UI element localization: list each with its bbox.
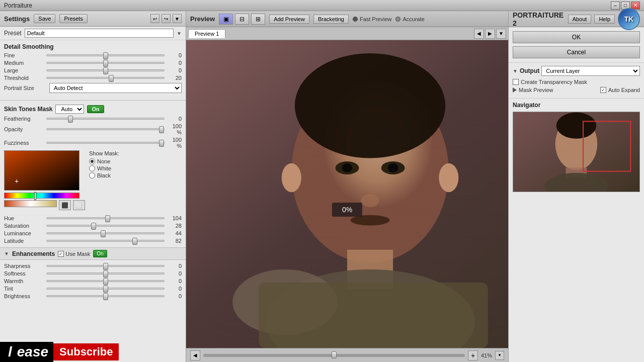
dropper-button-2[interactable]: ⬜	[73, 200, 85, 210]
output-section: ▼ Output Current Layer Create Transparen…	[509, 62, 644, 98]
skin-auto-select[interactable]: Auto	[55, 105, 84, 114]
dual-view-button[interactable]: ⊞	[251, 14, 265, 25]
threshold-value: 20	[167, 75, 182, 81]
preview-header: Preview ▣ ⊟ ⊞ Add Preview Bracketing Fas…	[186, 11, 508, 27]
saturation-track[interactable]	[46, 225, 165, 227]
mask-white-option[interactable]: White	[89, 165, 182, 171]
medium-track[interactable]	[46, 62, 165, 64]
opacity-thumb[interactable]	[159, 126, 164, 133]
use-mask-checkbox[interactable]: ✓	[58, 251, 64, 257]
main-container: Settings Save Presets ↩ ↪ ▼ Preset Defau…	[0, 11, 644, 362]
split-view-button[interactable]: ⊟	[235, 14, 249, 25]
single-view-button[interactable]: ▣	[219, 14, 233, 25]
zoom-plus-button[interactable]: +	[468, 350, 478, 360]
opacity-track[interactable]	[46, 128, 165, 130]
use-mask-checkbox-row: ✓ Use Mask	[58, 251, 90, 257]
gradient-strip[interactable]	[4, 200, 57, 207]
softness-thumb[interactable]	[103, 270, 108, 278]
navigator-thumbnail[interactable]	[513, 112, 640, 192]
hue-thumb[interactable]	[105, 215, 110, 222]
save-button[interactable]: Save	[34, 14, 55, 23]
warmth-track[interactable]	[46, 280, 165, 282]
large-track[interactable]	[46, 69, 165, 71]
saturation-thumb[interactable]	[91, 223, 96, 230]
add-preview-button[interactable]: Add Preview	[269, 15, 309, 24]
more-button[interactable]: ▼	[173, 14, 182, 23]
enhancements-collapse-icon[interactable]: ▼	[4, 251, 9, 256]
output-collapse-icon[interactable]: ▼	[513, 68, 518, 74]
bracketing-button[interactable]: Bracketing	[313, 15, 349, 24]
brightness-thumb[interactable]	[103, 293, 108, 300]
portrait-size-select[interactable]: Auto Detect	[49, 83, 182, 93]
about-button[interactable]: About	[568, 15, 592, 24]
settings-controls: ↩ ↪ ▼	[150, 14, 182, 23]
threshold-thumb[interactable]	[109, 75, 114, 82]
color-picker-box[interactable]: +	[4, 150, 79, 191]
color-strip-row: ⬛ ⬜	[4, 200, 85, 210]
tint-track[interactable]	[46, 288, 165, 290]
large-label: Large	[4, 67, 44, 73]
mask-none-radio[interactable]	[89, 158, 95, 164]
preview-image-area: 0%	[186, 40, 508, 348]
skin-tones-on-button[interactable]: On	[87, 105, 104, 113]
tab-next-arrow[interactable]: ▶	[485, 29, 495, 39]
sharpness-track[interactable]	[46, 265, 165, 267]
preview-tab-1[interactable]: Preview 1	[188, 29, 225, 38]
mask-black-option[interactable]: Black	[89, 172, 182, 178]
tab-prev-arrow[interactable]: ◀	[474, 29, 484, 39]
fine-track[interactable]	[46, 54, 165, 56]
sharpness-thumb[interactable]	[103, 263, 108, 270]
luminance-thumb[interactable]	[101, 230, 106, 237]
zoom-thumb[interactable]	[332, 351, 337, 358]
portrait-size-row: Portrait Size Auto Detect	[4, 83, 182, 93]
prev-frame-button[interactable]: ◀	[190, 350, 200, 360]
warmth-thumb[interactable]	[103, 278, 108, 285]
subscribe-please-text: lease	[0, 342, 53, 362]
fuzziness-thumb[interactable]	[159, 140, 164, 147]
latitude-track[interactable]	[46, 240, 165, 242]
fine-thumb[interactable]	[103, 52, 108, 59]
help-button[interactable]: Help	[594, 15, 615, 24]
preset-select[interactable]: Default	[25, 29, 174, 38]
zoom-slider[interactable]	[203, 354, 465, 357]
cancel-button[interactable]: Cancel	[513, 46, 640, 58]
tint-slider-row: Tint 0	[4, 286, 182, 292]
feathering-track[interactable]	[46, 118, 165, 120]
tab-menu-arrow[interactable]: ▼	[496, 29, 506, 39]
presets-button[interactable]: Presets	[59, 14, 87, 23]
brightness-label: Brightness	[4, 293, 44, 299]
brightness-track[interactable]	[46, 295, 165, 297]
output-select[interactable]: Current Layer	[541, 66, 640, 76]
mask-black-radio[interactable]	[89, 172, 95, 178]
medium-thumb[interactable]	[103, 60, 108, 67]
tint-thumb[interactable]	[103, 286, 108, 293]
hue-strip[interactable]	[4, 193, 79, 199]
softness-track[interactable]	[46, 273, 165, 275]
transparency-checkbox[interactable]	[513, 79, 519, 85]
luminance-track[interactable]	[46, 232, 165, 234]
ok-button[interactable]: OK	[513, 31, 640, 43]
enhancements-on-button[interactable]: On	[93, 250, 107, 257]
large-thumb[interactable]	[103, 67, 108, 74]
redo-button[interactable]: ↪	[162, 14, 171, 23]
preview-icons: ▣ ⊟ ⊞	[219, 14, 265, 25]
mask-preview-collapse-icon[interactable]	[513, 87, 517, 93]
hue-track[interactable]	[46, 217, 165, 219]
subscribe-button[interactable]: Subscribe	[53, 343, 119, 360]
tab-arrows: ◀ ▶ ▼	[474, 29, 506, 39]
dropper-button-1[interactable]: ⬛	[59, 200, 71, 210]
accurate-radio[interactable]	[395, 17, 400, 22]
zoom-dropdown-button[interactable]: ▼	[495, 351, 504, 360]
latitude-thumb[interactable]	[132, 238, 137, 245]
threshold-track[interactable]	[46, 77, 165, 79]
mask-white-radio[interactable]	[89, 165, 95, 171]
fuzziness-track[interactable]	[46, 142, 165, 144]
portrait-size-label: Portrait Size	[4, 85, 49, 91]
undo-button[interactable]: ↩	[150, 14, 159, 23]
mask-none-option[interactable]: None	[89, 158, 182, 164]
fast-preview-radio[interactable]	[353, 17, 358, 22]
medium-slider-row: Medium 0	[4, 60, 182, 66]
feathering-thumb[interactable]	[68, 116, 73, 123]
auto-expand-checkbox[interactable]: ✓	[600, 87, 606, 93]
mask-none-label: None	[97, 158, 110, 164]
